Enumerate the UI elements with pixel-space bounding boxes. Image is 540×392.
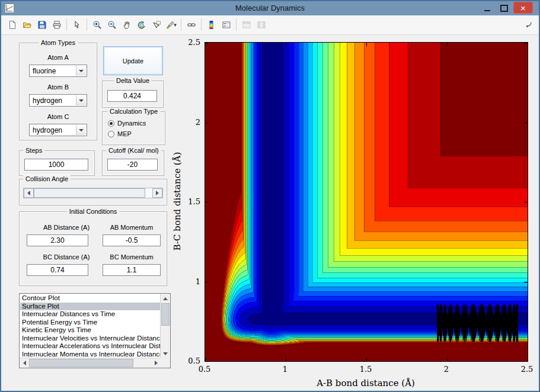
rotate-3d-icon[interactable]: [134, 18, 149, 33]
steps-field[interactable]: [24, 159, 88, 171]
scroll-down-arrow[interactable]: [161, 349, 170, 358]
x-tick-label: 1: [283, 365, 287, 374]
pan-icon[interactable]: [119, 18, 134, 33]
edit-plot-icon[interactable]: [69, 18, 84, 33]
collision-angle-slider[interactable]: [23, 188, 163, 198]
bc-momentum-field[interactable]: [103, 264, 161, 276]
new-figure-icon[interactable]: [5, 18, 20, 33]
y-tick-label: 2.5: [188, 38, 200, 47]
calculation-type-panel: Calculation Type Dynamics MEP: [102, 111, 165, 145]
atom-b-label: Atom B: [20, 83, 97, 91]
listbox-items: Contour PlotSurface PlotInternuclear Dis…: [20, 294, 161, 358]
chevron-down-icon[interactable]: [76, 95, 86, 105]
x-tick-label: 0.5: [199, 365, 211, 374]
bc-distance-field[interactable]: [27, 264, 88, 276]
atom-b-value: hydrogen: [33, 97, 62, 105]
bc-momentum-label: BC Momentum: [103, 253, 161, 261]
panel-title: Atom Types: [39, 39, 78, 46]
zoom-in-icon[interactable]: [90, 18, 104, 33]
chevron-down-icon[interactable]: [76, 125, 86, 135]
brush-data-icon[interactable]: ▾: [164, 18, 178, 33]
atom-c-dropdown[interactable]: hydrogen: [29, 124, 87, 136]
vertical-scrollbar[interactable]: [160, 294, 170, 358]
x-tick-label: 2.5: [521, 365, 533, 374]
atom-a-label: Atom A: [20, 54, 97, 61]
y-tick-label: 1.5: [188, 197, 200, 206]
horizontal-scrollbar[interactable]: [20, 358, 161, 368]
panel-title: Cutoff (Kcal/ mol): [106, 147, 161, 154]
cutoff-field[interactable]: [107, 159, 158, 171]
x-tick-label: 2: [444, 365, 449, 374]
radio-mep[interactable]: MEP: [108, 130, 132, 137]
radio-dynamics[interactable]: Dynamics: [108, 120, 146, 127]
x-axis-label: A-B bond distance (Å): [317, 378, 415, 388]
list-item[interactable]: Contour Plot: [20, 294, 161, 303]
window-title: Molecular Dynamics: [1, 4, 539, 12]
ab-distance-label: AB Distance (A): [27, 224, 106, 231]
atom-b-dropdown[interactable]: hydrogen: [29, 94, 87, 107]
cutoff-panel: Cutoff (Kcal/ mol): [102, 150, 164, 176]
panel-title: Collision Angle: [23, 175, 71, 182]
minimize-icon: [484, 10, 490, 11]
ab-momentum-field[interactable]: [103, 234, 161, 246]
delta-value-field[interactable]: [107, 90, 157, 102]
update-button[interactable]: Update: [103, 46, 163, 75]
scroll-up-arrow[interactable]: [161, 294, 170, 303]
panel-title: Initial Conditions: [67, 208, 120, 215]
y-tick-label: 1: [196, 277, 200, 285]
scroll-left-arrow[interactable]: [20, 358, 29, 368]
insert-legend-icon[interactable]: [219, 18, 234, 33]
data-cursor-icon[interactable]: [149, 18, 164, 33]
steps-panel: Steps: [19, 150, 95, 176]
link-plot-icon[interactable]: [184, 18, 199, 33]
contour-plot[interactable]: [205, 42, 528, 362]
chevron-down-icon[interactable]: [76, 66, 86, 76]
panel-title: Calculation Type: [107, 108, 160, 115]
plot-type-listbox[interactable]: Contour PlotSurface PlotInternuclear Dis…: [19, 293, 171, 368]
atom-types-panel: Atom Types Atom A fluorine Atom B hydrog…: [19, 43, 97, 140]
dock-figure-icon[interactable]: [521, 18, 536, 33]
insert-colorbar-icon[interactable]: [204, 18, 219, 33]
delta-value-panel: Delta Value: [102, 81, 164, 108]
atom-c-value: hydrogen: [33, 126, 62, 134]
atom-a-dropdown[interactable]: fluorine: [29, 65, 87, 77]
initial-conditions-panel: Initial Conditions AB Distance (A) AB Mo…: [19, 211, 167, 286]
toolbar-separator: [87, 19, 87, 31]
horizontal-scroll-thumb[interactable]: [29, 359, 133, 367]
list-item[interactable]: Internuclear Velocities vs Internuclear …: [20, 335, 161, 343]
toolbar-separator: [201, 19, 202, 31]
open-file-icon[interactable]: [20, 18, 34, 33]
radio-label: Dynamics: [117, 120, 146, 127]
slider-right-arrow[interactable]: [152, 188, 162, 198]
slider-thumb[interactable]: [34, 188, 145, 198]
save-icon[interactable]: [34, 18, 49, 33]
list-item[interactable]: Internuclear Momenta vs Internuclear Dis…: [20, 351, 161, 359]
print-icon[interactable]: [49, 18, 64, 33]
close-button[interactable]: ×: [513, 2, 533, 14]
toolbar-separator: [181, 19, 181, 31]
y-tick-label: 0.5: [188, 356, 200, 365]
ab-distance-field[interactable]: [27, 234, 88, 246]
x-tick-label: 1.5: [360, 365, 372, 374]
vertical-scroll-thumb[interactable]: [161, 303, 170, 326]
list-item[interactable]: Kinetic Energy vs Time: [20, 326, 161, 335]
bc-distance-label: BC Distance (A): [27, 253, 106, 261]
scroll-right-arrow[interactable]: [151, 358, 161, 368]
title-bar[interactable]: Molecular Dynamics ×: [1, 1, 539, 16]
slider-left-arrow[interactable]: [24, 188, 34, 198]
y-tick-label: 2: [196, 117, 200, 126]
atom-c-label: Atom C: [20, 113, 97, 120]
show-plot-tools-icon[interactable]: [254, 18, 269, 33]
hide-plot-tools-icon[interactable]: [239, 18, 254, 33]
list-item[interactable]: Surface Plot: [20, 303, 161, 311]
app-window: Molecular Dynamics × ▾ Atom Types: [0, 0, 540, 392]
zoom-out-icon[interactable]: [104, 18, 119, 33]
list-item[interactable]: Internuclear Accelerations vs Internucle…: [20, 342, 161, 351]
y-axis-label: B-C bond distance (Å): [172, 152, 183, 251]
list-item[interactable]: Internuclear Distances vs Time: [20, 310, 161, 319]
maximize-button[interactable]: [496, 1, 512, 15]
chevron-down-icon: ▾: [174, 22, 177, 28]
list-item[interactable]: Potential Energy vs Time: [20, 319, 161, 327]
minimize-button[interactable]: [480, 1, 495, 15]
ab-momentum-label: AB Momentum: [103, 224, 161, 231]
